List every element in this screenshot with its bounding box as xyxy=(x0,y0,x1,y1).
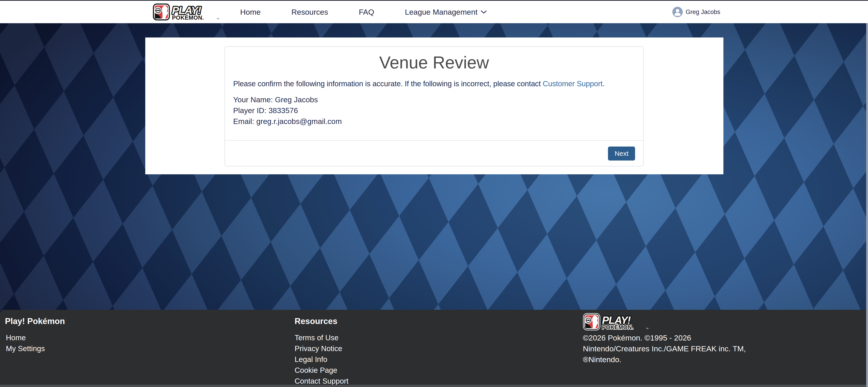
footer-column-resources: Terms of Use Privacy Notice Legal Info C… xyxy=(294,332,348,387)
footer-logo-tm: ™ xyxy=(646,327,648,330)
main-navigation: Home Resources FAQ League Management xyxy=(240,1,487,23)
window-top-edge xyxy=(0,0,868,1)
nav-link-resources[interactable]: Resources xyxy=(291,8,328,17)
user-menu[interactable]: Greg Jacobs xyxy=(672,1,720,23)
footer-heading-play-pokemon: Play! Pokémon xyxy=(5,317,65,326)
footer-logo-pokemon-text: POKÉMON. xyxy=(602,324,633,330)
user-avatar-icon xyxy=(672,7,683,17)
nav-link-faq[interactable]: FAQ xyxy=(359,8,374,17)
footer-link-legal-info[interactable]: Legal Info xyxy=(294,354,348,365)
content-sheet: Venue Review Please confirm the followin… xyxy=(145,37,723,174)
footer-link-my-settings[interactable]: My Settings xyxy=(6,343,45,354)
page-title: Venue Review xyxy=(233,53,635,72)
footer-play-pokemon-logo: PLAY! POKÉMON. ™ xyxy=(583,313,650,330)
window-bottom-edge xyxy=(0,385,868,387)
player-email-line: Email: greg.r.jacobs@gmail.com xyxy=(233,116,635,127)
player-id-line: Player ID: 3833576 xyxy=(233,105,635,116)
confirmation-text: Please confirm the following information… xyxy=(233,79,635,88)
footer-link-terms-of-use[interactable]: Terms of Use xyxy=(294,332,348,343)
logo-tm: ™ xyxy=(216,18,219,21)
nav-dropdown-league-management[interactable]: League Management xyxy=(405,8,487,17)
copyright-line-1: ©2026 Pokémon. ©1995 - 2026 xyxy=(583,332,746,343)
venue-review-card-body: Venue Review Please confirm the followin… xyxy=(225,47,643,140)
nav-link-home-label: Home xyxy=(240,8,261,17)
player-name-line: Your Name: Greg Jacobs xyxy=(233,94,635,105)
nav-link-faq-label: FAQ xyxy=(359,8,374,17)
player-info-block: Your Name: Greg Jacobs Player ID: 383357… xyxy=(233,94,635,127)
play-pokemon-logo-graphic: PLAY! POKÉMON. ™ xyxy=(153,3,220,21)
footer-heading-resources: Resources xyxy=(294,317,337,326)
customer-support-link[interactable]: Customer Support xyxy=(543,79,602,88)
nav-link-league-management-label: League Management xyxy=(405,8,477,17)
card-action-bar: Next xyxy=(225,140,643,166)
chevron-down-icon xyxy=(481,10,487,14)
top-navbar: PLAY! POKÉMON. ™ Home Resources FAQ Leag… xyxy=(0,1,868,23)
nav-link-resources-label: Resources xyxy=(291,8,328,17)
footer-link-cookie-page[interactable]: Cookie Page xyxy=(294,365,348,376)
page-footer: Play! Pokémon Home My Settings Resources… xyxy=(0,310,868,387)
footer-play-pokemon-logo-graphic: PLAY! POKÉMON. ™ xyxy=(583,313,650,330)
next-button[interactable]: Next xyxy=(608,147,635,161)
logo-pokemon-text: POKÉMON. xyxy=(172,14,204,21)
play-pokemon-logo[interactable]: PLAY! POKÉMON. ™ xyxy=(153,3,220,21)
vertical-scrollbar[interactable] xyxy=(866,23,868,387)
footer-link-home[interactable]: Home xyxy=(6,332,45,343)
user-name: Greg Jacobs xyxy=(686,8,720,15)
confirmation-text-after: . xyxy=(602,79,604,88)
footer-column-play-pokemon: Home My Settings xyxy=(6,332,45,354)
copyright-line-2: Nintendo/Creatures Inc./GAME FREAK inc. … xyxy=(583,343,746,354)
venue-review-card: Venue Review Please confirm the followin… xyxy=(224,46,644,166)
confirmation-text-before: Please confirm the following information… xyxy=(233,79,543,88)
footer-link-privacy-notice[interactable]: Privacy Notice xyxy=(294,343,348,354)
copyright-line-3: ®Nintendo. xyxy=(583,354,746,365)
copyright-text: ©2026 Pokémon. ©1995 - 2026 Nintendo/Cre… xyxy=(583,332,746,365)
nav-link-home[interactable]: Home xyxy=(240,8,261,17)
